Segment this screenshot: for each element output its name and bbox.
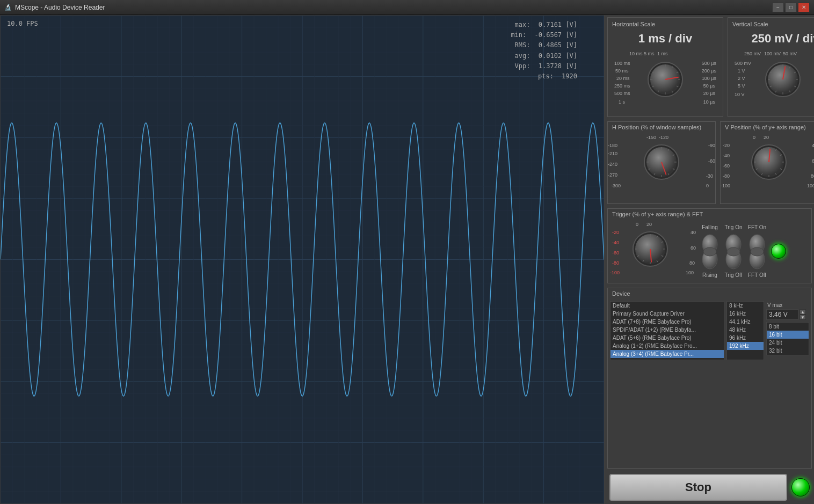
titlebar: 🔬 MScope - Audio Device Reader − □ ✕: [0, 0, 814, 15]
vpos-title: V Position (% of y+ axis range): [721, 122, 814, 133]
hpos-label-210: -210: [608, 151, 617, 156]
svg-point-77: [703, 247, 716, 256]
vscale-value: 250 mV / div: [730, 28, 814, 49]
sample-rate-item[interactable]: 48 kHz: [727, 326, 764, 334]
trig-knob[interactable]: [631, 230, 669, 268]
sample-rate-item[interactable]: 96 kHz: [727, 334, 764, 342]
stat-vpp: Vpp: 1.3728 [V]: [511, 61, 577, 71]
vscale-knob[interactable]: [764, 61, 802, 98]
vpos-label-40: 40: [812, 143, 814, 148]
device-list-col: DefaultPrimary Sound Capture DriverADAT …: [610, 301, 724, 360]
hpos-knob[interactable]: [643, 143, 680, 181]
device-list-item[interactable]: ADAT (7+8) (RME Babyface Pro): [610, 318, 724, 326]
hpos-label-240: -240: [608, 162, 617, 167]
sample-rate-item[interactable]: 192 kHz: [727, 342, 764, 350]
vpos-label-neg60: -60: [723, 163, 730, 169]
stat-pts-label: pts:: [538, 72, 554, 80]
position-row: H Position (% of window samples) -150 -1…: [605, 119, 814, 206]
hscale-label-100us: 100 µs: [702, 76, 716, 81]
device-list[interactable]: DefaultPrimary Sound Capture DriverADAT …: [610, 301, 724, 360]
close-button[interactable]: ✕: [798, 3, 810, 12]
bit-depth-item[interactable]: 32 bit: [767, 347, 809, 355]
vscale-label-2v: 2 V: [738, 76, 745, 81]
trig-label-neg40: -40: [612, 240, 619, 245]
svg-point-83: [751, 247, 764, 256]
vpos-label-neg80: -80: [723, 173, 730, 179]
vmax-up[interactable]: ▲: [800, 309, 806, 315]
stat-pts-value: 1920: [562, 72, 577, 80]
sample-rate-item[interactable]: 16 kHz: [727, 310, 764, 318]
bit-depth-item[interactable]: 24 bit: [767, 339, 809, 347]
vscale-knob-wrap: 500 mV 1 V 2 V 5 V 10 V 250 mV 100 mV 50…: [735, 51, 814, 110]
hscale-label-500us: 500 µs: [702, 61, 716, 66]
fft-on-off-col: FFT On FFT Off: [747, 224, 767, 278]
device-list-item[interactable]: Analog (3+4) (RME Babyface Pr...: [610, 350, 724, 358]
stop-button[interactable]: Stop: [609, 474, 787, 501]
bit-depth-list[interactable]: 8 bit16 bit24 bit32 bit: [766, 322, 809, 355]
vmax-input[interactable]: [766, 309, 798, 320]
device-list-item[interactable]: Default: [610, 302, 724, 310]
scope-canvas: [1, 16, 604, 503]
vmax-input-row: ▲ ▼: [766, 309, 809, 320]
sample-rate-item[interactable]: 8 kHz: [727, 302, 764, 310]
fft-on-off-toggle[interactable]: [747, 232, 767, 270]
stat-max: max: 0.7161 [V]: [511, 20, 577, 30]
hscale-title: Horizontal Scale: [610, 20, 721, 28]
scale-row: Horizontal Scale 1 ms / div 100 ms 50 ms…: [605, 15, 814, 119]
falling-rising-toggle[interactable]: [700, 232, 719, 270]
stat-rms-label: RMS:: [515, 41, 530, 49]
device-list-item[interactable]: Analog (1+2) (RME Babyface Pro...: [610, 342, 724, 350]
trig-label-0: 0: [636, 222, 638, 227]
vscale-label-10v: 10 V: [735, 92, 745, 97]
stop-row: Stop: [605, 471, 814, 504]
device-list-item[interactable]: SPDIF/ADAT (1+2) (RME Babyfa...: [610, 326, 724, 334]
stat-avg-label: avg:: [515, 52, 530, 60]
vscale-knob-section: 500 mV 1 V 2 V 5 V 10 V 250 mV 100 mV 50…: [730, 49, 814, 114]
trig-label-neg80: -80: [612, 260, 619, 266]
trigger-title: Trigger (% of y+ axis range) & FFT: [608, 209, 811, 220]
stat-min-label: min:: [511, 31, 526, 39]
vpos-knob[interactable]: [750, 143, 788, 181]
vmax-down[interactable]: ▼: [800, 315, 806, 320]
hscale-knob[interactable]: [646, 61, 684, 98]
run-status-led: [791, 478, 810, 496]
trig-on-off-toggle[interactable]: [724, 232, 743, 270]
maximize-button[interactable]: □: [785, 3, 797, 12]
sample-rate-col: 8 kHz16 kHz44.1 kHz48 kHz96 kHz192 kHz: [726, 301, 764, 360]
device-list-item[interactable]: ADAT (5+6) (RME Babyface Pro): [610, 334, 724, 342]
falling-rising-col: Falling Ris: [700, 224, 719, 278]
stat-avg: avg: 0.0102 [V]: [511, 51, 577, 61]
vmax-label: V max: [766, 301, 809, 309]
vpos-label-20: 20: [764, 135, 769, 140]
app-icon: 🔬: [4, 4, 12, 11]
minimize-button[interactable]: −: [772, 3, 784, 12]
trig-label-60: 60: [691, 245, 696, 251]
scope-statistics: max: 0.7161 [V] min: -0.6567 [V] RMS: 0.…: [511, 20, 577, 82]
bit-depth-item[interactable]: 8 bit: [767, 323, 809, 331]
hpos-label-60: -60: [708, 158, 715, 164]
vpos-label-neg20: -20: [723, 143, 730, 148]
hscale-knob-wrap: 100 ms 50 ms 20 ms 250 ms 500 ms 1 s 10 …: [614, 51, 716, 110]
window-controls: − □ ✕: [772, 3, 810, 12]
vscale-title: Vertical Scale: [730, 20, 814, 28]
trig-off-label: Trig Off: [725, 272, 743, 278]
device-section: Device DefaultPrimary Sound Capture Driv…: [607, 288, 812, 469]
sample-rate-list[interactable]: 8 kHz16 kHz44.1 kHz48 kHz96 kHz192 kHz: [726, 301, 764, 360]
vscale-label-500mv: 500 mV: [735, 61, 751, 66]
hpos-label-180: -180: [608, 143, 617, 148]
stat-max-label: max:: [515, 21, 530, 28]
stat-max-value: 0.7161 [V]: [539, 21, 577, 28]
sample-rate-item[interactable]: 44.1 kHz: [727, 318, 764, 326]
vscale-label-250mv: 250 mV: [744, 51, 761, 56]
main-layout: 10.0 FPS max: 0.7161 [V] min: -0.6567 [V…: [0, 15, 814, 504]
vscale-label-50mv: 50 mV: [783, 51, 797, 56]
trig-on-label: Trig On: [725, 224, 743, 230]
falling-label: Falling: [702, 224, 717, 230]
device-list-item[interactable]: Primary Sound Capture Driver: [610, 310, 724, 318]
v-position-box: V Position (% of y+ axis range) 0 20 40 …: [720, 121, 814, 204]
hpos-knob-wrap: -150 -120 -90 -60 -30 0 -180 -210 -240 -…: [608, 135, 715, 199]
stat-min: min: -0.6567 [V]: [511, 30, 577, 40]
horizontal-scale-box: Horizontal Scale 1 ms / div 100 ms 50 ms…: [607, 17, 723, 117]
stat-rms: RMS: 0.4865 [V]: [511, 40, 577, 50]
bit-depth-item[interactable]: 16 bit: [767, 331, 809, 339]
